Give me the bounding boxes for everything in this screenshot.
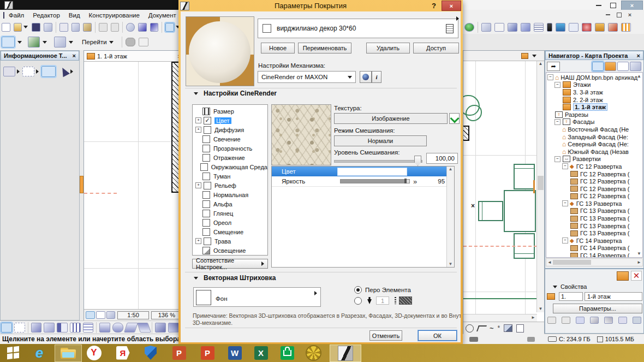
properties-collapse-icon[interactable] (553, 286, 557, 288)
floor-tab[interactable]: 1. 1-й этаж (97, 53, 178, 60)
access-button[interactable]: Доступ (413, 43, 459, 54)
beam-tool-icon[interactable] (99, 323, 110, 333)
h-scrollbar[interactable]: ► (463, 314, 537, 322)
blend-level-field[interactable]: 100,00 (426, 153, 458, 164)
prop-tool-4-icon[interactable] (590, 317, 599, 324)
tree-item-story3[interactable]: 3. 3-й этаж (547, 88, 642, 96)
paste-icon[interactable] (83, 23, 92, 32)
tree-item-gs14[interactable]: −◆ГС 14 Развертка (547, 237, 642, 245)
archicad-taskbar-icon[interactable] (330, 345, 361, 362)
info-panel-close-icon[interactable]: × (73, 52, 76, 59)
channel-displacement[interactable]: Смещение (195, 227, 267, 236)
cursor-arrow-more-icon[interactable] (70, 69, 73, 74)
tree-item-worksheets[interactable]: −▭Развертки (547, 156, 642, 163)
redo-icon[interactable] (111, 23, 120, 32)
brightness-expand-icon[interactable]: » (413, 177, 417, 186)
pick-up-parameters-icon[interactable] (138, 23, 147, 32)
project-map-icon[interactable] (592, 62, 604, 71)
channel-fog[interactable]: Туман (195, 171, 267, 181)
tree-item-gs12[interactable]: −◆ГС 12 Развертка (547, 163, 642, 170)
tree-item-gs12-3[interactable]: ГС 12 Развертка ( (547, 185, 642, 193)
tree-item-elev-east[interactable]: ⌂Восточный Фасад (Не (547, 126, 642, 133)
cancel-button[interactable]: Отменить (369, 330, 402, 341)
restore-button[interactable] (607, 2, 619, 9)
publisher-icon[interactable]: ➦ (547, 62, 560, 71)
hatch-section-collapse-icon[interactable] (194, 277, 198, 280)
powerpoint-taskbar-icon[interactable]: P (196, 344, 218, 361)
open-dropdown-icon[interactable] (23, 26, 28, 28)
channel-normal[interactable]: Нормальная (195, 190, 267, 199)
view-map-icon[interactable] (605, 62, 616, 71)
save-icon[interactable] (32, 23, 40, 32)
roof-tool-icon[interactable] (608, 23, 618, 32)
navigator-close-icon[interactable]: × (637, 52, 640, 59)
surface-doc-icon[interactable] (446, 24, 454, 33)
figure-tool-icon[interactable] (504, 324, 512, 332)
engine-select[interactable]: CineRender от MAXON (258, 71, 356, 83)
attribute-row-brightness[interactable]: Яркость » 95 (272, 176, 454, 187)
navigator-header[interactable]: Навигатор - Карта Проекта × (545, 51, 643, 60)
door-tool-icon[interactable] (57, 323, 68, 333)
tree-item-gs14-1[interactable]: ГС 14 Развертка ( (547, 245, 642, 252)
engine-info-button[interactable]: i (372, 71, 381, 83)
ibeam-icon[interactable] (595, 23, 605, 32)
texture-image-button[interactable]: Изображение (334, 113, 448, 124)
channel-grass[interactable]: +Трава (195, 236, 267, 246)
ie-taskbar-icon[interactable]: e (28, 344, 50, 361)
channel-color[interactable]: +✓Цвет (195, 116, 267, 125)
tree-item-project[interactable]: −⌂НАШ ДОМ.bpn.bpn архикад (547, 74, 642, 81)
shell-tool-icon[interactable] (168, 323, 179, 333)
channel-illumination[interactable]: Освещение (195, 246, 267, 255)
blend-level-slider[interactable] (334, 156, 421, 165)
rename-button[interactable]: Переименовать (298, 43, 351, 54)
fill-select[interactable]: Фон (193, 287, 321, 307)
menu-edit[interactable]: Редактор (33, 12, 60, 19)
channel-luminance[interactable]: Свечение (195, 134, 267, 144)
start-button[interactable] (2, 344, 24, 361)
yandex-browser-taskbar-icon[interactable]: Y (83, 344, 105, 361)
menu-document[interactable]: Документ (148, 12, 176, 19)
prop-tool-7-icon[interactable] (633, 317, 641, 324)
excel-taskbar-icon[interactable]: X (250, 344, 272, 361)
curtain-wall-tool-icon[interactable] (83, 323, 94, 333)
channel-bump[interactable]: +Рельеф (195, 181, 267, 190)
3d-cube-icon[interactable] (521, 23, 530, 32)
marquee-tool-icon[interactable] (14, 323, 25, 333)
brush-icon[interactable] (556, 23, 565, 32)
tree-item-gs12-2[interactable]: ГС 12 Развертка ( (547, 177, 642, 185)
tree-item-gs12-1[interactable]: ГС 12 Развертка ( (547, 170, 642, 178)
tree-item-gs13-4[interactable]: ГС 13 Развертка ( (547, 229, 642, 237)
new-folder-icon[interactable] (617, 271, 629, 281)
tree-item-gs14-2[interactable]: ГС 14 Развертка ( (547, 252, 642, 258)
schedule-icon[interactable] (534, 23, 544, 32)
blend-mode-button[interactable]: Нормали (334, 135, 427, 146)
doc-minimize-button[interactable] (604, 11, 612, 18)
channel-glow[interactable]: Ореол (195, 218, 267, 227)
canvas-2[interactable]: × ▲ ▼ ► (463, 61, 544, 322)
quick-layer-icon[interactable] (86, 311, 95, 319)
hotspot-tool-icon[interactable]: * (498, 324, 500, 332)
tree-item-gs13-2[interactable]: ГС 13 Развертка ( (547, 215, 642, 222)
section-view-icon[interactable] (54, 37, 66, 48)
channel-environment[interactable]: Окружающая Среда (195, 162, 267, 171)
channel-specular[interactable]: Глянец (195, 209, 267, 218)
tree-item-gs13-3[interactable]: ГС 13 Развертка ( (547, 222, 642, 230)
texture-load-button[interactable] (449, 113, 460, 124)
panel-handle[interactable] (80, 176, 84, 193)
window-tool-icon[interactable] (70, 323, 81, 333)
quick-layers-icon[interactable] (2, 37, 15, 48)
attribute-row-color[interactable]: Цвет (272, 167, 454, 176)
dialog-close-button[interactable]: × (442, 1, 461, 11)
delete-item-icon[interactable]: ✕ (631, 271, 642, 281)
brightness-slider[interactable] (340, 179, 410, 183)
channel-transparency[interactable]: Прозрачность (195, 144, 267, 153)
tree-symbol[interactable] (466, 105, 482, 121)
engine-dropdown-icon[interactable] (348, 76, 352, 79)
tree-scroll-down-icon[interactable]: ▼ (637, 251, 641, 256)
slab-tool-icon[interactable] (124, 323, 138, 333)
ok-button[interactable]: ОК (418, 330, 457, 341)
info-panel-header[interactable]: Информационное Т... × (1, 51, 79, 61)
render-settings-icon[interactable] (464, 23, 474, 32)
word-taskbar-icon[interactable]: W (224, 344, 246, 361)
floor-number-field[interactable]: 1. (559, 292, 583, 301)
